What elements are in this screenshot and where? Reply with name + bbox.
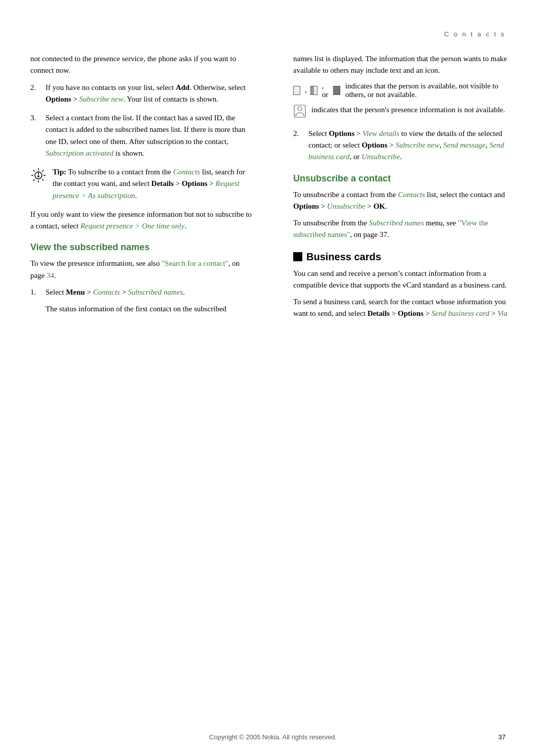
svg-line-7 <box>42 170 44 172</box>
icons-row: , , or indicates that the person is avai… <box>293 82 516 99</box>
page-34-link[interactable]: 34 <box>47 271 54 279</box>
unsubscribe-para2: To unsubscribe from the Subscribed names… <box>293 217 516 241</box>
unsubscribe-section-title: Unsubscribe a contact <box>293 173 516 184</box>
not-available-icon <box>333 86 340 95</box>
subscribed-title-text: View the subscribed names <box>30 242 150 252</box>
tip-svg-icon <box>30 167 47 183</box>
svg-point-12 <box>298 107 302 111</box>
names-list-text: names list is displayed. The information… <box>293 53 516 77</box>
person-icon <box>293 104 307 120</box>
svg-line-5 <box>33 170 35 172</box>
right-step-2-content: Select Options > View details to view th… <box>308 128 516 163</box>
business-cards-section: Business cards <box>293 251 516 263</box>
options-bold-2: Options <box>182 179 208 187</box>
available-icon <box>293 86 300 95</box>
request-presence-as-sub: Request presence > As subscription <box>53 179 240 199</box>
tip-label: Tip: <box>53 168 66 176</box>
options-bold-r2: Options <box>361 141 387 149</box>
right-step-2: 2. Select Options > View details to view… <box>293 128 516 163</box>
page: C o n t a c t s not connected to the pre… <box>0 0 546 756</box>
header-title: C o n t a c t s <box>444 30 506 38</box>
business-cards-box-icon <box>293 252 302 261</box>
business-cards-para1: You can send and receive a person’s cont… <box>293 268 516 292</box>
right-column: names list is displayed. The information… <box>273 53 516 327</box>
person-icon-text: indicates that the person's presence inf… <box>311 104 505 116</box>
unsubscribe-title-text: Unsubscribe a contact <box>293 173 391 183</box>
presence-para: If you only want to view the presence in… <box>30 209 253 232</box>
intro-text: not connected to the presence service, t… <box>30 53 253 77</box>
step-3-content: Select a contact from the list. If the c… <box>46 112 253 159</box>
options-bold-unsub: Options <box>293 202 319 210</box>
footer-page-number: 37 <box>498 733 506 741</box>
not-visible-icon <box>310 86 317 95</box>
step-3: 3. Select a contact from the list. If th… <box>30 112 253 159</box>
unsubscribe-option: Unsubscribe <box>327 202 366 210</box>
step-2-num: 2. <box>30 82 46 106</box>
svg-point-9 <box>37 175 39 177</box>
subscribed-step-1-sub: The status information of the first cont… <box>46 303 253 315</box>
tip-content: Tip: To subscribe to a contact from the … <box>53 166 253 202</box>
contacts-link-tip: Contacts <box>173 168 200 176</box>
options-bold-bc: Options <box>398 309 424 317</box>
request-presence-one-time: Request presence > One time only <box>80 222 185 230</box>
step-3-num: 3. <box>30 112 46 159</box>
subscribe-new-r: Subscribe new <box>395 141 439 149</box>
unsubscribe-link: Unsubscribe <box>361 153 400 161</box>
comma-2: , or <box>322 82 330 99</box>
right-step-2-num: 2. <box>293 128 308 163</box>
footer-copyright: Copyright © 2005 Nokia. All rights reser… <box>0 733 546 741</box>
subscribed-names-link: Subscribed names <box>128 288 183 296</box>
options-bold-1: Options <box>46 95 71 103</box>
subscribed-para1: To view the presence information, see al… <box>30 258 253 281</box>
view-details-link: View details <box>362 129 399 137</box>
person-svg-icon <box>293 104 306 118</box>
business-cards-title: Business cards <box>306 251 381 263</box>
step-2: 2. If you have no contacts on your list,… <box>30 82 253 106</box>
main-columns: not connected to the presence service, t… <box>0 53 546 327</box>
page-number: 37 <box>498 733 506 741</box>
page-header: C o n t a c t s <box>0 20 546 38</box>
subscribed-step-1: 1. Select Menu > Contacts > Subscribed n… <box>30 287 253 320</box>
unsubscribe-para1: To unsubscribe a contact from the Contac… <box>293 189 516 213</box>
ok-bold: OK <box>374 202 385 210</box>
business-cards-para2: To send a business card, search for the … <box>293 296 516 320</box>
step-2-content: If you have no contacts on your list, se… <box>46 82 253 106</box>
details-bold: Details <box>151 179 173 187</box>
subscribed-step-1-content: Select Menu > Contacts > Subscribed name… <box>46 287 253 320</box>
send-message-link: Send message <box>443 141 486 149</box>
subscribed-step-1-text: Select Menu > Contacts > Subscribed name… <box>46 287 253 298</box>
menu-bold: Menu <box>66 288 85 296</box>
send-business-card-option: Send business card <box>432 309 489 317</box>
svg-line-6 <box>42 179 44 181</box>
via-option: Via <box>497 309 508 317</box>
options-bold-r1: Options <box>329 129 354 137</box>
icons-description-text: indicates that the person is available, … <box>345 82 516 99</box>
search-contact-link[interactable]: "Search for a contact" <box>162 259 229 267</box>
subscription-activated: Subscription activated <box>46 149 114 157</box>
tip-icon <box>30 167 47 183</box>
subscribed-step-1-num: 1. <box>30 287 46 320</box>
contacts-link-sub: Contacts <box>93 288 120 296</box>
subscribed-names-italic: Subscribed names <box>369 219 424 227</box>
add-bold: Add <box>175 83 190 91</box>
svg-line-8 <box>33 179 35 181</box>
comma-1: , <box>305 86 307 94</box>
contacts-link-unsub: Contacts <box>398 191 425 199</box>
subscribe-new-link: Subscribe new <box>79 95 123 103</box>
tip-box: Tip: To subscribe to a contact from the … <box>30 166 253 202</box>
view-subscribed-section-title: View the subscribed names <box>30 242 253 253</box>
copyright-text: Copyright © 2005 Nokia. All rights reser… <box>209 733 337 741</box>
details-bold-bc: Details <box>368 309 390 317</box>
left-column: not connected to the presence service, t… <box>30 53 273 327</box>
person-icon-row: indicates that the person's presence inf… <box>293 104 516 121</box>
